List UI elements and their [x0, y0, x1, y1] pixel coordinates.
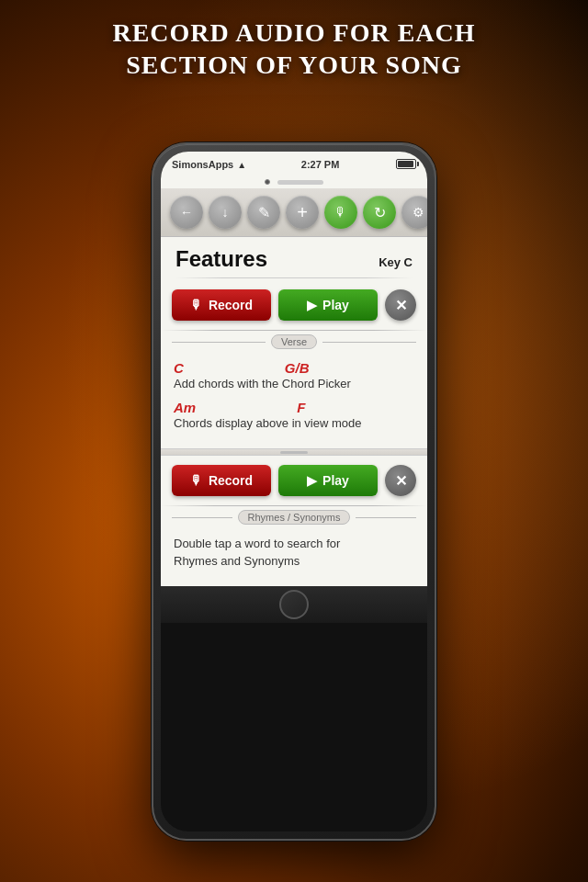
verse-tag: Verse	[271, 334, 317, 349]
rhymes-tag: Rhymes / Synonyms	[238, 510, 351, 525]
status-time: 2:27 PM	[301, 159, 340, 170]
headline-line2: SECTION OF YOUR SONG	[126, 51, 462, 79]
edit-button[interactable]: ✎	[247, 196, 280, 229]
chord-line-1: C G/B	[174, 360, 414, 376]
home-button[interactable]	[279, 590, 309, 619]
verse-label-row: Verse	[172, 334, 416, 349]
back-button[interactable]: ←	[170, 196, 203, 229]
close-icon-1: ✕	[395, 297, 407, 314]
phone-inner: SimonsApps ▲ 2:27 PM ← ↓ ✎ + 🎙 ↻ ⚙	[161, 152, 427, 831]
close-icon-2: ✕	[395, 472, 407, 490]
chord-am: Am	[174, 400, 196, 415]
verse-line-right	[322, 342, 416, 343]
speaker-grill	[277, 180, 323, 185]
key-label: Key C	[379, 255, 413, 269]
chord-f: F	[297, 400, 305, 415]
phone-frame: SimonsApps ▲ 2:27 PM ← ↓ ✎ + 🎙 ↻ ⚙	[152, 142, 436, 841]
rhymes-label-row: Rhymes / Synonyms	[172, 510, 416, 525]
wifi-icon: ▲	[237, 160, 246, 170]
chord-section-1: C G/B Add chords with the Chord Picker A…	[161, 355, 427, 448]
screen-content: Features Key C 🎙 Record ▶ Play ✕	[161, 237, 427, 586]
chord-section-2: Double tap a word to search forRhymes an…	[161, 530, 427, 585]
rhymes-line-right	[356, 517, 416, 518]
carrier-name: SimonsApps	[172, 159, 233, 170]
divider-1	[161, 330, 427, 331]
play-label-2: Play	[322, 473, 349, 488]
home-btn-area	[161, 586, 427, 623]
headline: RECORD AUDIO FOR EACH SECTION OF YOUR SO…	[0, 17, 588, 81]
lyric-rhymes: Double tap a word to search forRhymes an…	[174, 536, 414, 569]
lyric-2: Chords display above in view mode	[174, 415, 414, 432]
rhymes-line-left	[172, 517, 232, 518]
phone-top-bar	[161, 177, 427, 188]
chord-gb: G/B	[285, 360, 310, 376]
status-bar: SimonsApps ▲ 2:27 PM	[161, 152, 427, 177]
play-icon-1: ▶	[307, 298, 317, 312]
toolbar: ← ↓ ✎ + 🎙 ↻ ⚙	[161, 188, 427, 237]
settings-button[interactable]: ⚙	[401, 196, 427, 229]
verse-line-left	[172, 342, 266, 343]
play-icon-2: ▶	[307, 473, 317, 488]
mic-icon-1: 🎙	[190, 298, 203, 312]
record-label-2: Record	[209, 473, 253, 488]
headline-line1: RECORD AUDIO FOR EACH	[112, 18, 475, 47]
carrier-area: SimonsApps ▲	[172, 159, 246, 170]
camera-dot	[265, 179, 270, 185]
mic-icon-2: 🎙	[190, 473, 203, 488]
close-button-1[interactable]: ✕	[385, 289, 416, 321]
section-title: Features	[175, 246, 267, 272]
record-row-1: 🎙 Record ▶ Play ✕	[161, 280, 427, 330]
chord-line-2: Am F	[174, 400, 414, 415]
section-separator	[161, 448, 427, 456]
record-button-1[interactable]: 🎙 Record	[172, 289, 271, 321]
divider-2	[161, 505, 427, 506]
record-label-1: Record	[209, 298, 253, 312]
add-button[interactable]: +	[286, 196, 319, 229]
record-row-2: 🎙 Record ▶ Play ✕	[161, 456, 427, 505]
header-divider	[175, 277, 413, 278]
section-header: Features Key C	[161, 237, 427, 276]
mic-button[interactable]: 🎙	[324, 196, 357, 229]
record-button-2[interactable]: 🎙 Record	[172, 465, 271, 496]
lyric-1: Add chords with the Chord Picker	[174, 376, 414, 392]
battery-icon	[396, 159, 416, 169]
play-button-2[interactable]: ▶ Play	[278, 465, 378, 496]
download-button[interactable]: ↓	[209, 196, 242, 229]
chord-c: C	[174, 360, 184, 376]
play-label-1: Play	[322, 298, 349, 312]
play-button-1[interactable]: ▶ Play	[278, 289, 378, 321]
battery-area	[394, 159, 416, 171]
close-button-2[interactable]: ✕	[385, 465, 416, 496]
share-button[interactable]: ↻	[363, 196, 396, 229]
